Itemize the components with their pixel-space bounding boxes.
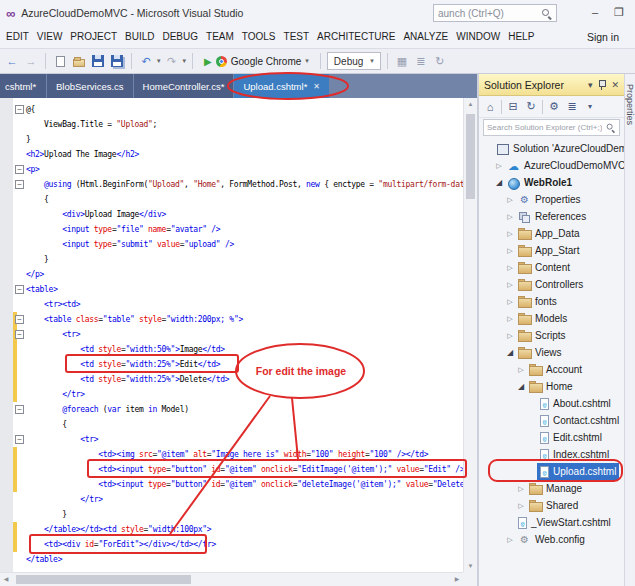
- tab-cshtml[interactable]: cshtml*: [0, 74, 46, 98]
- code-line[interactable]: @foreach (var item in Model): [26, 402, 463, 417]
- tree-item-index-cshtml[interactable]: Index.cshtml: [479, 446, 624, 463]
- scroll-up-icon[interactable]: ▲: [464, 98, 477, 110]
- save-icon[interactable]: [90, 53, 106, 69]
- redo-icon[interactable]: ↷: [164, 53, 180, 69]
- code-line[interactable]: @using (Html.BeginForm("Upload", "Home",…: [26, 177, 463, 192]
- sync-icon[interactable]: ↻: [524, 100, 538, 113]
- menu-architecture[interactable]: ARCHITECTURE: [313, 26, 399, 48]
- code-view-icon[interactable]: ≣: [565, 100, 579, 113]
- scroll-down-icon[interactable]: ▼: [464, 560, 477, 572]
- hscroll-thumb[interactable]: [16, 575, 191, 584]
- refresh-icon[interactable]: ↻: [432, 53, 448, 69]
- tree-item-content[interactable]: ▷Content: [479, 259, 624, 276]
- tree-item-upload-cshtml[interactable]: Upload.cshtml: [479, 463, 624, 480]
- code-line[interactable]: <td style="width:50%">Image</td>: [26, 342, 463, 357]
- tree-item-scripts[interactable]: ▷Scripts: [479, 327, 624, 344]
- menu-analyze[interactable]: ANALYZE: [399, 26, 452, 48]
- layout-icon[interactable]: ▦: [394, 53, 410, 69]
- expander-icon[interactable]: ▷: [505, 213, 515, 221]
- scroll-right-icon[interactable]: ▶: [451, 573, 463, 586]
- undo-icon[interactable]: ↶: [138, 53, 154, 69]
- expander-icon[interactable]: ▷: [505, 281, 515, 289]
- code-line[interactable]: <tr>: [26, 432, 463, 447]
- tree-item-edit-cshtml[interactable]: Edit.cshtml: [479, 429, 624, 446]
- vscroll-thumb[interactable]: [466, 114, 475, 199]
- code-line[interactable]: <td><input type="button" id="@item" oncl…: [26, 477, 463, 492]
- expander-icon[interactable]: ▷: [505, 264, 515, 272]
- menu-tools[interactable]: TOOLS: [238, 26, 280, 48]
- pin-icon[interactable]: [597, 79, 606, 90]
- tree-item-references[interactable]: ▷References: [479, 208, 624, 225]
- tree-item-app-start[interactable]: ▷App_Start: [479, 242, 624, 259]
- expander-icon[interactable]: ▷: [505, 298, 515, 306]
- tree-item-home[interactable]: ◢Home: [479, 378, 624, 395]
- quick-launch-search[interactable]: aunch (Ctrl+Q): [433, 4, 557, 22]
- tree-item-shared[interactable]: ▷Shared: [479, 497, 624, 514]
- code-line[interactable]: </tr>: [26, 387, 463, 402]
- code-line[interactable]: <input type="submit" value="upload" />: [26, 237, 463, 252]
- code-line[interactable]: }: [26, 507, 463, 522]
- new-file-icon[interactable]: [52, 53, 68, 69]
- tree-item-manage[interactable]: ▷Manage: [479, 480, 624, 497]
- code-line[interactable]: <td><img src="@item" alt="Image here is"…: [26, 447, 463, 462]
- tree-item-azureclouddemomvc[interactable]: ▷☁AzureCloudDemoMVC: [479, 157, 624, 174]
- close-icon[interactable]: ✕: [611, 80, 619, 90]
- save-all-icon[interactable]: [109, 53, 125, 69]
- config-dropdown[interactable]: Debug ▾: [327, 52, 381, 70]
- code-line[interactable]: <h2>Upload The Image</h2>: [26, 147, 463, 162]
- menu-build[interactable]: BUILD: [121, 26, 158, 48]
- code-line[interactable]: <div>Upload Image</div>: [26, 207, 463, 222]
- expander-icon[interactable]: ◢: [494, 178, 504, 187]
- expander-icon[interactable]: ▷: [516, 366, 526, 374]
- menu-help[interactable]: HELP: [504, 26, 538, 48]
- expander-icon[interactable]: ▷: [494, 162, 504, 170]
- minimize-button[interactable]: –: [583, 2, 607, 22]
- expander-icon[interactable]: ◢: [505, 348, 515, 357]
- expander-icon[interactable]: ▷: [516, 502, 526, 510]
- menu-project[interactable]: PROJECT: [66, 26, 121, 48]
- expander-icon[interactable]: ◢: [516, 382, 526, 391]
- solution-search-input[interactable]: Search Solution Explorer (Ctrl+;): [483, 119, 620, 136]
- tab-homecontroller-cs[interactable]: HomeController.cs*: [134, 74, 234, 98]
- expander-icon[interactable]: ▷: [505, 247, 515, 255]
- redo-caret-icon[interactable]: ▾: [183, 57, 187, 65]
- undo-caret-icon[interactable]: ▾: [157, 57, 161, 65]
- close-icon[interactable]: ✕: [313, 82, 320, 91]
- vertical-scrollbar[interactable]: ▲ ▼: [463, 98, 477, 572]
- list-icon[interactable]: ≣: [413, 53, 429, 69]
- code-line[interactable]: <tr><td>: [26, 297, 463, 312]
- tree-item-account[interactable]: ▷Account: [479, 361, 624, 378]
- code-editor[interactable]: −−−−−−−− @{ ViewBag.Title = "Upload";}<h…: [0, 98, 477, 586]
- code-line[interactable]: <input type="file" name="avatar" />: [26, 222, 463, 237]
- code-line[interactable]: {: [26, 417, 463, 432]
- tree-item-web-config[interactable]: ▷Web.config: [479, 531, 624, 548]
- menu-window[interactable]: WINDOW: [452, 26, 504, 48]
- expander-icon[interactable]: ▷: [505, 230, 515, 238]
- run-button[interactable]: ▶ Google Chrome ▾: [199, 55, 314, 68]
- expander-icon[interactable]: ▷: [516, 485, 526, 493]
- code-line[interactable]: <table class="table" style="width:200px;…: [26, 312, 463, 327]
- code-line[interactable]: <td style="width:25%">Delete</td>: [26, 372, 463, 387]
- expander-icon[interactable]: ▷: [505, 332, 515, 340]
- tree-item-controllers[interactable]: ▷Controllers: [479, 276, 624, 293]
- code-line[interactable]: <td><div id="ForEdit"></div></td></tr>: [26, 537, 463, 552]
- menu-team[interactable]: TEAM: [202, 26, 238, 48]
- code-line[interactable]: <td><input type="button" id="@item" oncl…: [26, 462, 463, 477]
- code-line[interactable]: </tr>: [26, 492, 463, 507]
- menu-view[interactable]: VIEW: [33, 26, 67, 48]
- tree-item-viewstart-cshtml[interactable]: _ViewStart.cshtml: [479, 514, 624, 531]
- tree-item-app-data[interactable]: ▷App_Data: [479, 225, 624, 242]
- tab-blobservices-cs[interactable]: BlobServices.cs: [47, 74, 133, 98]
- expander-icon[interactable]: ▷: [505, 196, 515, 204]
- code-line[interactable]: {: [26, 192, 463, 207]
- collapse-all-icon[interactable]: ⊟: [506, 100, 520, 113]
- chevron-down-icon[interactable]: ▾: [583, 102, 597, 111]
- code-line[interactable]: }: [26, 132, 463, 147]
- code-line[interactable]: ViewBag.Title = "Upload";: [26, 117, 463, 132]
- sign-in-link[interactable]: Sign in: [587, 31, 619, 43]
- solution-explorer-header[interactable]: Solution Explorer ▾ ✕: [479, 74, 624, 96]
- tree-item-fonts[interactable]: ▷fonts: [479, 293, 624, 310]
- menu-edit[interactable]: EDIT: [2, 26, 33, 48]
- tree-item-properties[interactable]: ▷Properties: [479, 191, 624, 208]
- open-file-icon[interactable]: [71, 53, 87, 69]
